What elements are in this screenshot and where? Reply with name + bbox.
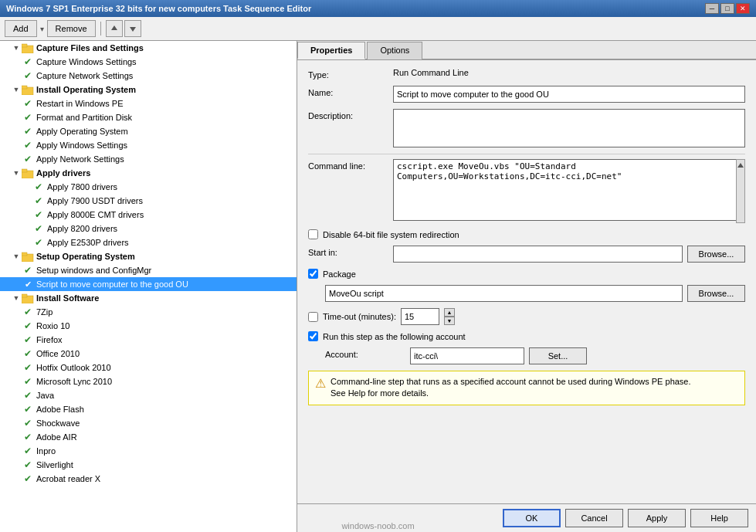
- tree-item-office2010[interactable]: ✔ Office 2010: [0, 347, 297, 361]
- tree-item-roxio[interactable]: ✔ Roxio 10: [0, 319, 297, 333]
- tab-bar: Properties Options: [297, 41, 756, 60]
- minimize-button[interactable]: ─: [705, 3, 719, 14]
- tree-item-apply-network[interactable]: ✔ Apply Network Settings: [0, 152, 297, 166]
- command-line-label: Command line:: [308, 159, 393, 171]
- tree-item-7zip[interactable]: ✔ 7Zip: [0, 305, 297, 319]
- tree-item-shockwave[interactable]: ✔ Shockwave: [0, 416, 297, 430]
- folder-capture-icon: [22, 42, 34, 53]
- tree-item-java[interactable]: ✔ Java: [0, 388, 297, 402]
- check-8000e-icon: ✔: [32, 209, 45, 220]
- package-browse-button[interactable]: Browse...: [687, 285, 745, 302]
- expand-capture-icon: ▼: [11, 42, 22, 53]
- watermark: windows-noob.com: [341, 521, 414, 530]
- cancel-button[interactable]: Cancel: [565, 509, 623, 527]
- expand-install-os-icon: ▼: [11, 84, 22, 95]
- group-drivers-label: Apply drivers: [36, 168, 90, 178]
- close-button[interactable]: ✕: [736, 3, 750, 14]
- timeout-label: Time-out (minutes):: [323, 312, 396, 321]
- group-install-software-label: Install Software: [36, 293, 99, 303]
- check-hotfix-outlook-icon: ✔: [22, 362, 34, 373]
- run-as-checkbox[interactable]: [308, 331, 318, 341]
- run-as-label: Run this step as the following account: [323, 332, 466, 341]
- check-office2010-icon: ✔: [22, 348, 34, 359]
- cmd-scroll-up-icon[interactable]: [737, 161, 744, 168]
- group-capture[interactable]: ▼ Capture Files and Settings: [0, 41, 297, 55]
- properties-panel: Type: Run Command Line Name: Description…: [297, 60, 756, 503]
- help-button[interactable]: Help: [690, 509, 748, 527]
- tree-item-acrobat[interactable]: ✔ Acrobat reader X: [0, 472, 297, 486]
- account-input-section: Set...: [410, 347, 587, 364]
- check-e2530p-icon: ✔: [32, 237, 45, 248]
- timeout-row: Time-out (minutes): ▲ ▼: [308, 308, 745, 325]
- apply-button[interactable]: Apply: [628, 509, 686, 527]
- start-in-browse-button[interactable]: Browse...: [687, 246, 745, 263]
- tree-item-hotfix-outlook[interactable]: ✔ Hotfix Outlook 2010: [0, 361, 297, 374]
- tree-item-capture-windows[interactable]: ✔ Capture Windows Settings: [0, 55, 297, 69]
- tree-item-drivers-8200[interactable]: ✔ Apply 8200 drivers: [0, 222, 297, 236]
- check-apply-network-icon: ✔: [22, 154, 34, 164]
- package-input[interactable]: [325, 285, 683, 302]
- tree-item-move-computer[interactable]: ✔ Script to move computer to the good OU: [0, 277, 297, 291]
- move-up-button[interactable]: [106, 20, 123, 37]
- name-input[interactable]: [393, 86, 745, 103]
- tree-item-drivers-7900[interactable]: ✔ Apply 7900 USDT drivers: [0, 194, 297, 208]
- tree-panel: ▼ Capture Files and Settings ✔ Capture W…: [0, 41, 297, 532]
- tree-item-adobe-air[interactable]: ✔ Adobe AIR: [0, 430, 297, 444]
- disable-64bit-checkbox[interactable]: [308, 229, 318, 239]
- tree-item-apply-windows-settings[interactable]: ✔ Apply Windows Settings: [0, 138, 297, 152]
- check-silverlight-icon: ✔: [22, 459, 34, 470]
- timeout-down-button[interactable]: ▼: [444, 317, 455, 325]
- maximize-button[interactable]: □: [720, 3, 734, 14]
- ok-button[interactable]: OK: [503, 509, 561, 527]
- tree-item-restart-pe[interactable]: ✔ Restart in Windows PE: [0, 97, 297, 110]
- tree-item-apply-os[interactable]: ✔ Apply Operating System: [0, 124, 297, 138]
- group-install-os[interactable]: ▼ Install Operating System: [0, 83, 297, 97]
- check-move-computer-icon: ✔: [22, 279, 34, 290]
- name-row: Name:: [308, 86, 745, 103]
- tree-item-setup-windows[interactable]: ✔ Setup windows and ConfigMgr: [0, 263, 297, 277]
- timeout-spinner: ▲ ▼: [444, 308, 455, 325]
- tree-item-firefox[interactable]: ✔ Firefox: [0, 333, 297, 347]
- command-line-row: Command line: cscript.exe MoveOu.vbs "OU…: [308, 159, 745, 223]
- group-setup-os[interactable]: ▼ Setup Operating System: [0, 249, 297, 263]
- account-input[interactable]: [410, 347, 524, 364]
- tree-item-capture-network[interactable]: ✔ Capture Network Settings: [0, 69, 297, 83]
- description-label: Description:: [308, 109, 393, 120]
- package-section: Package Browse...: [308, 269, 745, 302]
- tab-options[interactable]: Options: [367, 42, 422, 59]
- start-in-row: Start in: Browse...: [308, 246, 745, 263]
- type-value: Run Command Line: [393, 68, 745, 77]
- tree-item-drivers-7800[interactable]: ✔ Apply 7800 drivers: [0, 180, 297, 194]
- window-title: Windows 7 SP1 Enterprise 32 bits for new…: [6, 4, 311, 13]
- check-7800-icon: ✔: [32, 181, 45, 192]
- remove-button[interactable]: Remove: [47, 20, 96, 37]
- move-down-button[interactable]: [124, 20, 141, 37]
- tab-properties[interactable]: Properties: [297, 42, 365, 59]
- timeout-input[interactable]: [401, 308, 439, 325]
- main-window: Add ▾ Remove ▼ Capture Files and Setting…: [0, 17, 756, 532]
- start-in-input[interactable]: [393, 246, 683, 263]
- description-input[interactable]: [393, 109, 745, 147]
- add-dropdown-arrow[interactable]: ▾: [39, 25, 46, 33]
- tree-item-drivers-8000e[interactable]: ✔ Apply 8000E CMT drivers: [0, 208, 297, 222]
- add-button[interactable]: Add: [5, 20, 37, 37]
- set-button[interactable]: Set...: [529, 347, 587, 364]
- group-apply-drivers[interactable]: ▼ Apply drivers: [0, 166, 297, 180]
- folder-install-os-icon: [22, 84, 34, 95]
- divider-1: [308, 154, 745, 154]
- tree-item-inpro[interactable]: ✔ Inpro: [0, 444, 297, 458]
- tree-item-ms-lync[interactable]: ✔ Microsoft Lync 2010: [0, 374, 297, 388]
- tree-item-adobe-flash[interactable]: ✔ Adobe Flash: [0, 402, 297, 416]
- warning-box: ⚠ Command-line step that runs as a speci…: [308, 371, 745, 405]
- command-line-input[interactable]: cscript.exe MoveOu.vbs "OU=Standard Comp…: [393, 159, 745, 221]
- tree-item-format-disk[interactable]: ✔ Format and Partition Disk: [0, 110, 297, 124]
- timeout-up-button[interactable]: ▲: [444, 308, 455, 317]
- timeout-checkbox[interactable]: [308, 312, 318, 322]
- tree-item-drivers-e2530p[interactable]: ✔ Apply E2530P drivers: [0, 236, 297, 249]
- check-acrobat-icon: ✔: [22, 473, 34, 484]
- package-checkbox[interactable]: [308, 269, 318, 279]
- tree-item-silverlight[interactable]: ✔ Silverlight: [0, 458, 297, 472]
- name-label: Name:: [308, 86, 393, 97]
- group-install-software[interactable]: ▼ Install Software: [0, 291, 297, 305]
- check-8200-icon: ✔: [32, 223, 45, 234]
